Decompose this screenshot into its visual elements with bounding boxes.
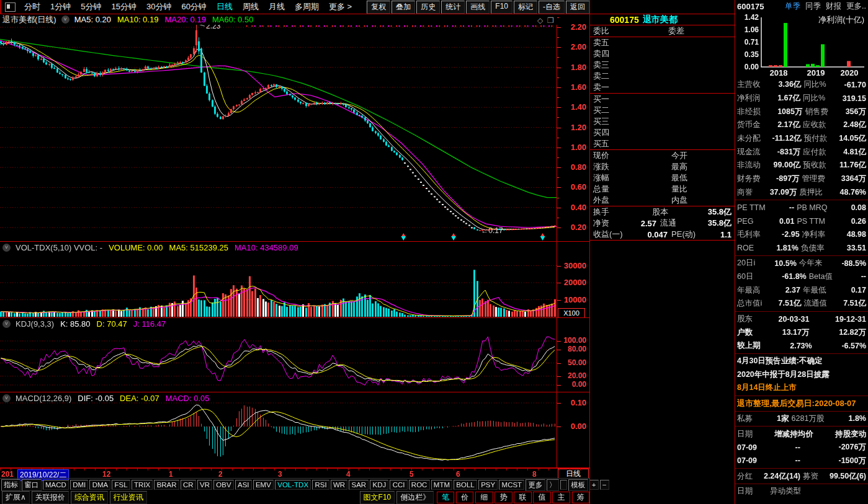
menu-item-5分钟[interactable]: 5分钟 [76,1,106,12]
menu-item-1分钟[interactable]: 1分钟 [45,1,76,12]
axis-label: 10000 [564,295,586,304]
indicator-tab-FSL[interactable]: FSL [112,480,130,490]
indicator-tab-DMI[interactable]: DMI [70,480,88,490]
indicator-value: DIF: -0.05 [78,394,114,403]
indicator-tab-MACD[interactable]: MACD [43,480,69,490]
menu-item-月线[interactable]: 月线 [264,1,290,12]
macd-chart[interactable] [0,392,557,468]
indicator-tab-RSI[interactable]: RSI [312,480,329,490]
graphic-f10-button[interactable]: 图文F10 [360,491,395,504]
time-axis[interactable]: 201 2019/10/22/二 121234568 [0,468,589,478]
mini-tab-价[interactable]: 价 [456,492,474,503]
toolbar-button-画线[interactable]: 画线 [466,1,490,14]
mini-tab-主[interactable]: 主 [552,492,570,503]
indicator-tab-EMV[interactable]: EMV [253,480,274,490]
indicator-tab-SAR[interactable]: SAR [349,480,369,490]
stock-code[interactable]: 600175 [610,15,639,25]
toolbar-button-标记[interactable]: 标记 [514,1,537,14]
indicator-value: MA60: 0.50 [212,15,254,24]
axis-label: 30000 [564,261,586,270]
axis-label: 0.20 [571,223,586,232]
indicator-tab-KDJ[interactable]: KDJ [370,480,388,490]
fin-tab-同季[interactable]: 同季 [805,1,821,12]
indicator-tab-CCI[interactable]: CCI [390,480,407,490]
quote-body: 委比委差卖五卖四卖三卖二卖一买一买二买三买四买五现价今开涨跌最高涨幅最低总量量比… [590,25,735,241]
toolbar-button-叠加[interactable]: 叠加 [391,1,415,14]
vol-panel-header: ˅VOL-TDX(5,10) VVOL: -VOLUME: 0.00MA5: 5… [2,243,298,252]
bid-row: 买五 [593,138,609,149]
indicator-value: K: 85.80 [60,319,90,329]
ma-values: MA5: 0.20MA10: 0.19MA20: 0.19MA60: 0.50 [74,15,254,24]
bottom-tab-行业资讯[interactable]: 行业资讯 [110,491,147,504]
toolbar-button-F10[interactable]: F10 [491,1,512,14]
fin-row: 总市值i7.51亿流通值7.51亿 [735,297,868,311]
menu-item-多周期[interactable]: 多周期 [290,1,324,12]
indicator-value: J: 116.47 [133,319,166,329]
toolbar-button-统计[interactable]: 统计 [441,1,465,14]
menu-item-60分钟[interactable]: 60分钟 [176,1,211,12]
indicator-tab-OBV[interactable]: OBV [213,480,234,490]
chevron-down-icon[interactable]: ˅ [2,320,11,328]
fin-row: 现金流-831万应付款4.81亿 [735,145,868,159]
menu-item-15分钟[interactable]: 15分钟 [106,1,141,12]
fin-tab-财报[interactable]: 财报 [826,1,841,12]
layout-grid-icon[interactable] [5,2,16,12]
kdj-chart[interactable] [0,318,557,392]
mini-tab-势[interactable]: 势 [494,492,512,503]
indicator-tab-BRAR[interactable]: BRAR [154,480,179,490]
bottom-tab-关联报价[interactable]: 关联报价 [32,491,69,504]
sidebar-toggle[interactable]: 侧边栏》 [396,491,434,504]
indicator-tab-〉[interactable]: 〉 [547,479,559,491]
indicator-tab-ROC[interactable]: ROC [409,480,430,490]
axis-label: 1.60 [571,82,586,92]
main-candlestick-chart[interactable] [0,25,557,241]
volume-chart[interactable] [0,242,557,318]
indicator-tab-PSY[interactable]: PSY [478,480,498,490]
indicator-tab-MCST[interactable]: MCST [499,480,524,490]
chevron-down-icon[interactable]: ˅ [2,244,11,252]
toolbar-button-历史[interactable]: 历史 [416,1,440,14]
menu-item-周线[interactable]: 周线 [238,1,264,12]
template-button[interactable]: 模板 [568,479,588,491]
menu-item-分时[interactable]: 分时 [19,1,45,12]
chevron-down-icon[interactable]: ˅ [61,15,69,24]
mini-tab-值[interactable]: 值 [533,492,551,503]
bottom-tab-扩展∧[interactable]: 扩展∧ [2,491,30,504]
fin-tab-更多..[interactable]: 更多.. [846,1,866,12]
indicator-value: VOLUME: 0.00 [109,243,163,252]
menu-item-30分钟[interactable]: 30分钟 [141,1,176,12]
diamond-icon[interactable]: ◇ [537,16,543,25]
indicator-tab-TRIX[interactable]: TRIX [132,480,153,490]
toolbar-button-复权[interactable]: 复权 [367,1,390,14]
indicator-tab-DMA[interactable]: DMA [89,480,110,490]
indicator-value: VOL-TDX(5,10) VVOL: - [16,243,102,252]
window-icon[interactable]: ❐ [547,16,554,25]
toolbar-button--自选[interactable]: -自选 [539,1,565,14]
mini-tab-笔[interactable]: 笔 [437,492,455,503]
toolbar-button-返回[interactable]: 返回 [566,1,589,14]
mini-tab-联[interactable]: 联 [514,492,532,503]
chevron-down-icon[interactable]: ˅ [2,394,11,402]
bottom-tab-综合资讯[interactable]: 综合资讯 [71,491,108,504]
indicator-tab-VR[interactable]: VR [197,480,212,490]
indicator-tab-CR[interactable]: CR [181,480,196,490]
axis-label: 2.00 [571,42,586,51]
fin-tab-单季[interactable]: 单季 [785,1,800,12]
indicator-tab-MTM[interactable]: MTM [431,480,453,490]
stock-name[interactable]: 退市美都 [643,14,678,25]
indicator-tab-更多[interactable]: 更多 [526,479,545,491]
indicator-tab-BOLL[interactable]: BOLL [454,480,477,490]
stat-value: 1.1 [720,230,732,239]
mini-tab-细[interactable]: 细 [475,492,493,503]
indicator-tab-指标[interactable]: 指标 [1,479,20,491]
indicator-tab-VOL-TDX[interactable]: VOL-TDX [275,480,311,490]
indicator-tab-WR[interactable]: WR [331,480,348,490]
menu-item-更多 >[interactable]: 更多 > [324,1,357,12]
fin-row: 主营收3.36亿同比%-61.70 [735,78,868,92]
menu-item-日线[interactable]: 日线 [212,1,238,12]
axis-label: 0.60 [571,182,586,192]
fin-row: 年最高2.37年最低0.17 [735,283,868,297]
indicator-tab-窗口[interactable]: 窗口 [22,479,41,491]
indicator-tab-ASI[interactable]: ASI [235,480,252,490]
mini-tab-筹[interactable]: 筹 [572,492,590,503]
